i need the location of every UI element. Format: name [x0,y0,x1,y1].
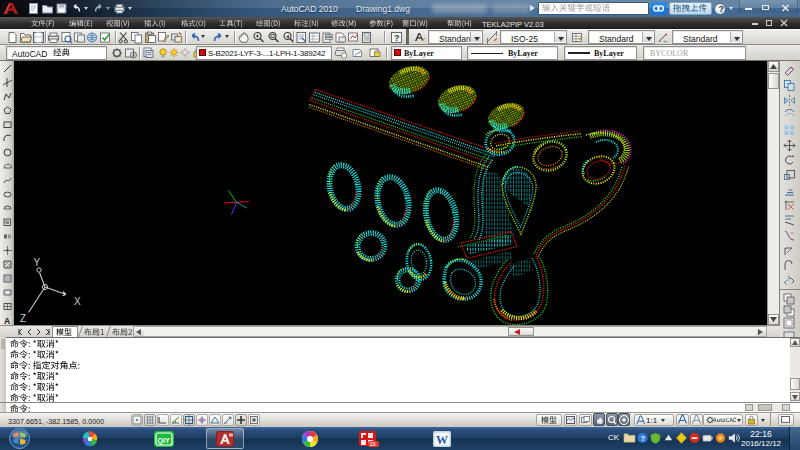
svg-text:QIY: QIY [158,437,170,445]
svg-text:?: ? [394,33,400,43]
svg-text:Y: Y [34,257,41,268]
svg-text:W: W [436,433,448,447]
svg-text:A: A [4,316,10,325]
svg-text:Z: Z [20,313,26,324]
svg-text:19: 19 [370,441,376,447]
svg-text:?: ? [640,434,645,443]
svg-text:X: X [74,296,81,307]
